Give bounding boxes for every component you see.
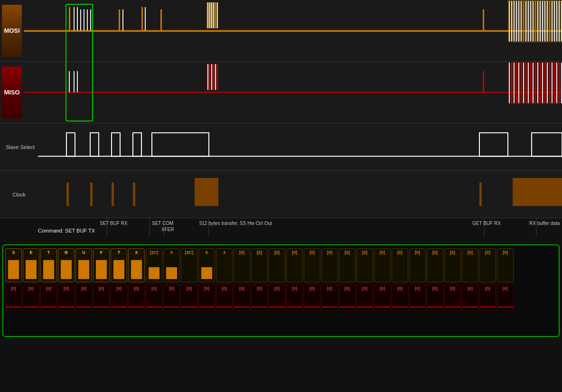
buffer-top-cell-28: [0] (497, 248, 514, 282)
svg-rect-46 (69, 71, 70, 93)
svg-rect-10 (141, 7, 143, 31)
buffer-top-cell-23: [0] (409, 248, 426, 282)
cell-bar-0 (8, 260, 19, 279)
cmd-512-bytes: 512 bytes transfer, SS Hw Ctrl Out (199, 221, 272, 226)
bottom-cell-label-25: [0] (450, 286, 455, 291)
buffer-top-cell-11: 5 (198, 248, 215, 282)
red-line-14 (252, 307, 267, 308)
cell-bar-5 (96, 260, 107, 279)
red-line-0 (6, 307, 21, 308)
data-buffer-area: SETBUFTX[2C]0[2C]53[0][0][0][0][0][0][0]… (2, 244, 560, 337)
clock-canvas (38, 171, 562, 218)
svg-rect-34 (537, 1, 538, 41)
svg-rect-77 (554, 63, 555, 103)
svg-rect-75 (549, 63, 550, 103)
svg-rect-35 (540, 1, 541, 41)
miso-waveform (24, 62, 562, 123)
buffer-bottom-cell-8: [0] (146, 284, 162, 310)
cmd-xfer-note: XFER (161, 227, 174, 232)
svg-rect-29 (525, 1, 526, 41)
buffer-top-cell-13: [0] (234, 248, 250, 282)
red-line-27 (480, 307, 496, 308)
svg-rect-60 (514, 63, 515, 103)
svg-rect-56 (483, 71, 484, 93)
svg-rect-33 (535, 1, 536, 41)
svg-rect-90 (90, 183, 93, 206)
svg-rect-28 (523, 1, 524, 41)
svg-rect-86 (152, 133, 209, 157)
mosi-signal-canvas (24, 0, 562, 61)
miso-label-box: MISO (0, 62, 24, 123)
svg-rect-22 (509, 1, 510, 41)
svg-rect-32 (533, 1, 534, 41)
svg-rect-11 (145, 7, 146, 31)
command-area: Command: SET BUF TX SET BUF RX SET COM X… (38, 218, 562, 244)
bottom-cell-label-27: [0] (485, 286, 490, 291)
svg-rect-62 (518, 63, 519, 103)
svg-rect-14 (207, 2, 208, 28)
buffer-bottom-cell-17: [0] (304, 284, 320, 310)
buffer-top-cell-22: [0] (392, 248, 408, 282)
mosi-channel: MOSI (0, 0, 562, 62)
buffer-bottom-cell-15: [0] (269, 284, 285, 310)
svg-rect-58 (509, 63, 510, 103)
bottom-cell-label-20: [0] (362, 286, 367, 291)
cell-label-28: [0] (503, 250, 508, 255)
bottom-cell-label-1: [0] (28, 286, 34, 291)
bottom-cell-label-6: [0] (116, 286, 122, 291)
svg-rect-6 (87, 9, 88, 31)
buffer-bottom-cell-27: [0] (479, 284, 496, 310)
cell-label-15: [0] (274, 250, 280, 255)
svg-rect-2 (74, 7, 75, 31)
svg-rect-27 (521, 1, 522, 41)
cell-bar-3 (61, 260, 72, 279)
svg-rect-24 (514, 1, 515, 41)
svg-rect-50 (207, 64, 208, 90)
buffer-bottom-cell-23: [0] (409, 284, 426, 310)
bottom-cell-label-18: [0] (327, 286, 332, 291)
svg-rect-63 (521, 63, 522, 103)
red-line-5 (94, 307, 109, 308)
buffer-bottom-cell-28: [0] (497, 284, 514, 310)
bottom-cell-label-12: [0] (222, 286, 227, 291)
svg-rect-83 (90, 133, 99, 157)
bottom-cell-label-22: [0] (397, 286, 403, 291)
red-line-16 (287, 307, 302, 308)
red-line-13 (234, 307, 250, 308)
bottom-cell-label-16: [0] (292, 286, 297, 291)
cell-label-12: 3 (223, 250, 225, 255)
red-line-26 (462, 307, 478, 308)
cell-bar-8 (149, 267, 159, 279)
buffer-top-cell-8: [2C] (146, 248, 162, 282)
red-line-25 (445, 307, 460, 308)
red-line-23 (410, 307, 425, 308)
svg-rect-67 (530, 63, 531, 103)
svg-rect-16 (211, 2, 212, 28)
buffer-top-cell-2: T (40, 248, 57, 282)
main-container: MOSI (0, 0, 562, 392)
buffer-bottom-cell-2: [0] (40, 284, 57, 310)
svg-rect-42 (556, 1, 557, 41)
svg-rect-59 (511, 63, 512, 103)
svg-rect-37 (544, 1, 545, 41)
svg-rect-9 (122, 9, 123, 31)
bottom-cell-label-10: [0] (187, 286, 192, 291)
cell-bar-1 (26, 260, 37, 279)
svg-rect-69 (535, 63, 536, 103)
cell-bar-11 (201, 267, 212, 279)
svg-rect-68 (533, 63, 534, 103)
slave-select-waveform (38, 123, 562, 170)
bottom-cell-label-5: [0] (99, 286, 104, 291)
bottom-cell-label-28: [0] (503, 286, 508, 291)
cell-bar-6 (113, 260, 124, 279)
svg-rect-12 (160, 9, 162, 31)
svg-rect-95 (513, 178, 562, 206)
red-line-7 (129, 307, 144, 308)
bottom-cell-label-19: [0] (345, 286, 350, 291)
cmd-get-buf-rx: GET BUF RX (472, 221, 501, 226)
buffer-bottom-cell-21: [0] (374, 284, 391, 310)
slave-select-text: Slave Select (6, 144, 35, 150)
svg-rect-74 (547, 63, 548, 103)
svg-rect-36 (542, 1, 543, 41)
svg-rect-53 (213, 64, 214, 90)
